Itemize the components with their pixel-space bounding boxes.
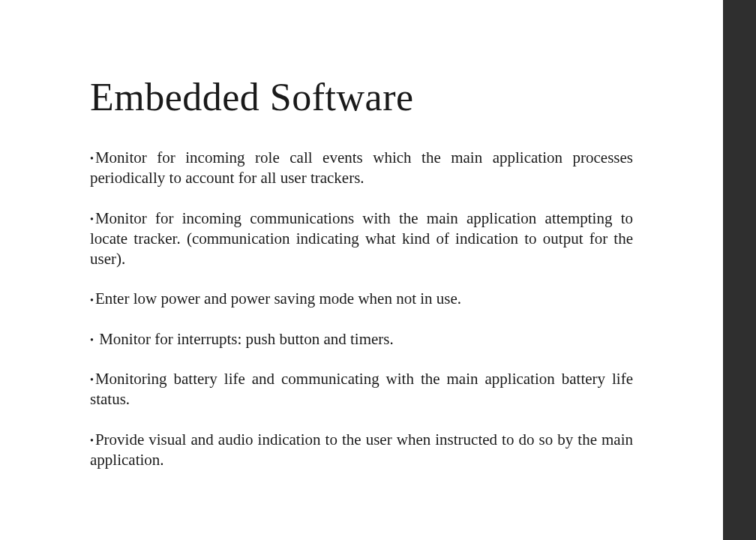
bullet-dot-icon: • <box>90 334 94 346</box>
slide-content: Embedded Software •Monitor for incoming … <box>0 0 723 540</box>
bullet-dot-icon: • <box>90 374 94 386</box>
slide-sidebar-accent <box>723 0 756 540</box>
bullet-item: •Enter low power and power saving mode w… <box>90 289 633 309</box>
bullet-text: Enter low power and power saving mode wh… <box>95 290 461 308</box>
bullet-text: Monitor for interrupts: push button and … <box>95 330 394 348</box>
bullet-text: Monitor for incoming communications with… <box>90 209 633 268</box>
bullet-dot-icon: • <box>90 295 94 306</box>
bullet-list: •Monitor for incoming role call events w… <box>90 148 633 470</box>
bullet-text: Monitoring battery life and communicatin… <box>90 370 633 408</box>
bullet-dot-icon: • <box>90 435 94 446</box>
bullet-dot-icon: • <box>90 214 94 225</box>
bullet-text: Provide visual and audio indication to t… <box>90 430 633 469</box>
bullet-item: •Provide visual and audio indication to … <box>90 430 633 471</box>
bullet-item: •Monitor for incoming role call events w… <box>90 148 633 189</box>
bullet-item: •Monitor for incoming communications wit… <box>90 208 633 270</box>
bullet-item: • Monitor for interrupts: push button an… <box>90 329 633 350</box>
bullet-text: Monitor for incoming role call events wh… <box>90 148 633 187</box>
slide-title: Embedded Software <box>90 75 633 119</box>
bullet-dot-icon: • <box>90 153 94 164</box>
bullet-item: •Monitoring battery life and communicati… <box>90 369 633 410</box>
